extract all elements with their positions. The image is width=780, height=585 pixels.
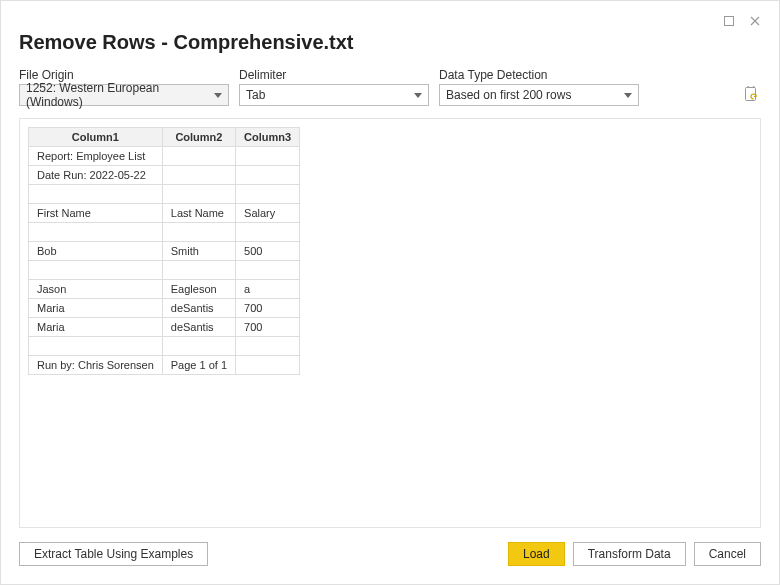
table-row [29,261,300,280]
table-cell [29,337,163,356]
table-cell: Salary [236,204,300,223]
file-origin-dropdown[interactable]: 1252: Western European (Windows) [19,84,229,106]
close-icon[interactable] [749,15,761,27]
table-cell: deSantis [162,299,235,318]
footer: Extract Table Using Examples Load Transf… [19,542,761,566]
table-cell: Report: Employee List [29,147,163,166]
table-row: BobSmith500 [29,242,300,261]
table-row [29,337,300,356]
titlebar [19,13,761,29]
table-cell [236,223,300,242]
column-header[interactable]: Column3 [236,128,300,147]
dialog: Remove Rows - Comprehensive.txt File Ori… [0,0,780,585]
file-origin-label: File Origin [19,68,229,82]
table-cell: 700 [236,318,300,337]
delimiter-label: Delimiter [239,68,429,82]
column-header[interactable]: Column2 [162,128,235,147]
preview-table: Column1Column2Column3 Report: Employee L… [28,127,300,375]
table-cell [29,185,163,204]
table-row: MariadeSantis700 [29,318,300,337]
cancel-button[interactable]: Cancel [694,542,761,566]
table-cell: Maria [29,299,163,318]
table-cell [236,337,300,356]
table-cell: First Name [29,204,163,223]
table-cell: a [236,280,300,299]
table-cell: Jason [29,280,163,299]
table-cell [162,337,235,356]
table-cell [162,261,235,280]
table-cell: Smith [162,242,235,261]
table-cell [236,185,300,204]
data-type-value: Based on first 200 rows [446,88,571,102]
table-cell [236,166,300,185]
table-cell: Page 1 of 1 [162,356,235,375]
table-cell [29,223,163,242]
page-title: Remove Rows - Comprehensive.txt [19,31,761,54]
table-row: JasonEaglesona [29,280,300,299]
table-cell: Maria [29,318,163,337]
data-type-label: Data Type Detection [439,68,639,82]
table-cell [162,147,235,166]
table-row: MariadeSantis700 [29,299,300,318]
table-row: First NameLast NameSalary [29,204,300,223]
chevron-down-icon [624,93,632,98]
table-row: Date Run: 2022-05-22 [29,166,300,185]
svg-rect-0 [725,17,734,26]
options-row: File Origin 1252: Western European (Wind… [19,68,761,106]
preview-pane: Column1Column2Column3 Report: Employee L… [19,118,761,528]
delimiter-dropdown[interactable]: Tab [239,84,429,106]
table-cell: Run by: Chris Sorensen [29,356,163,375]
table-cell: Last Name [162,204,235,223]
file-origin-value: 1252: Western European (Windows) [26,81,208,109]
refresh-icon[interactable] [741,84,761,104]
table-cell: Eagleson [162,280,235,299]
table-cell [236,147,300,166]
transform-data-button[interactable]: Transform Data [573,542,686,566]
extract-table-button[interactable]: Extract Table Using Examples [19,542,208,566]
table-cell [162,185,235,204]
table-cell: deSantis [162,318,235,337]
table-cell [236,356,300,375]
table-cell: 500 [236,242,300,261]
table-cell: Date Run: 2022-05-22 [29,166,163,185]
maximize-icon[interactable] [723,15,735,27]
column-header[interactable]: Column1 [29,128,163,147]
table-cell: 700 [236,299,300,318]
table-row [29,223,300,242]
table-row: Run by: Chris SorensenPage 1 of 1 [29,356,300,375]
table-cell [162,223,235,242]
table-cell [162,166,235,185]
load-button[interactable]: Load [508,542,565,566]
chevron-down-icon [414,93,422,98]
table-cell: Bob [29,242,163,261]
table-row [29,185,300,204]
table-row: Report: Employee List [29,147,300,166]
delimiter-value: Tab [246,88,265,102]
data-type-dropdown[interactable]: Based on first 200 rows [439,84,639,106]
chevron-down-icon [214,93,222,98]
table-cell [236,261,300,280]
table-cell [29,261,163,280]
